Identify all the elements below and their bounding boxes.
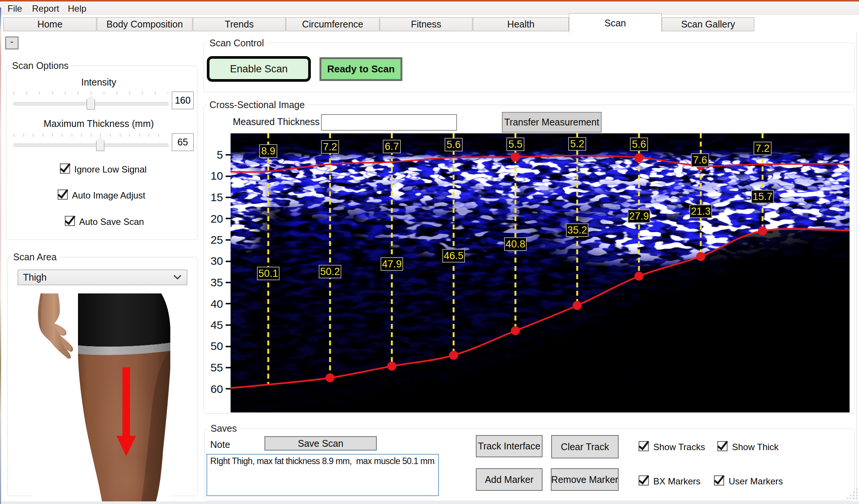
svg-text:50.2: 50.2 bbox=[320, 266, 340, 277]
svg-text:15.7: 15.7 bbox=[753, 191, 773, 202]
svg-text:50.1: 50.1 bbox=[258, 268, 278, 279]
svg-text:7.2: 7.2 bbox=[755, 143, 770, 154]
svg-text:35.2: 35.2 bbox=[567, 225, 587, 236]
svg-text:5.6: 5.6 bbox=[632, 139, 646, 150]
svg-text:5.2: 5.2 bbox=[570, 138, 584, 150]
svg-text:27.9: 27.9 bbox=[629, 211, 649, 222]
svg-text:7.2: 7.2 bbox=[323, 141, 337, 153]
svg-text:47.9: 47.9 bbox=[382, 258, 402, 270]
svg-text:6.7: 6.7 bbox=[385, 141, 399, 152]
svg-text:7.6: 7.6 bbox=[693, 154, 707, 166]
svg-text:8.9: 8.9 bbox=[261, 145, 275, 157]
svg-text:46.5: 46.5 bbox=[444, 250, 464, 261]
svg-text:40.8: 40.8 bbox=[506, 238, 526, 250]
svg-text:5.5: 5.5 bbox=[508, 139, 523, 150]
svg-text:21.3: 21.3 bbox=[691, 206, 711, 217]
svg-text:5.6: 5.6 bbox=[446, 139, 461, 150]
